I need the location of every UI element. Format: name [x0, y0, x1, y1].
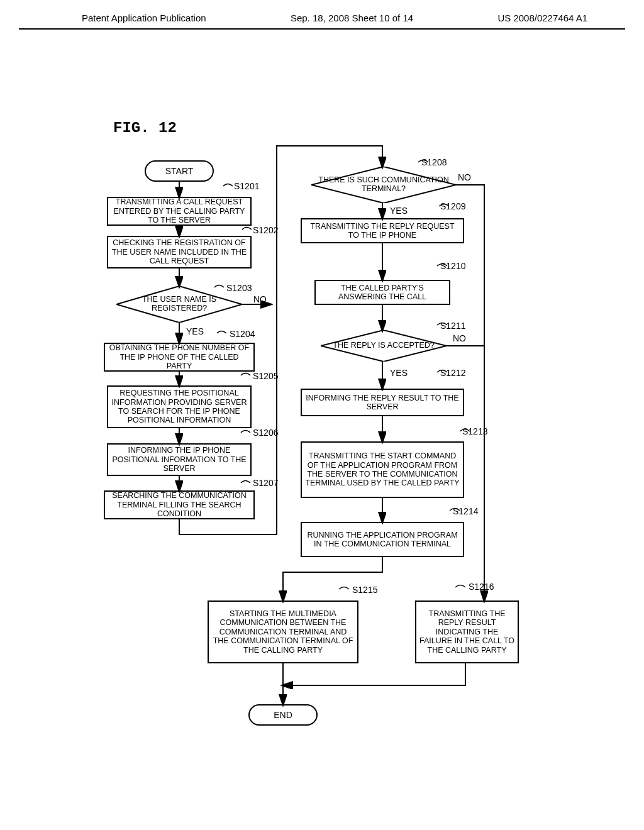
flowchart: START TRANSMITTING A CALL REQUEST ENTERE… [0, 0, 644, 830]
connectors [0, 0, 644, 830]
